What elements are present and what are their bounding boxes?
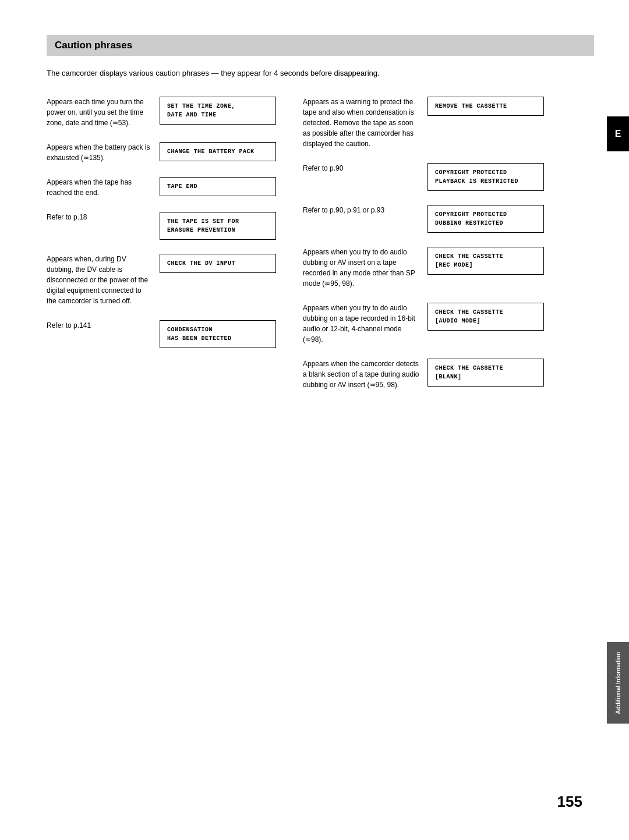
phrase-row-5: Appears when, during DV dubbing, the DV …: [47, 254, 291, 306]
page-number: 155: [557, 793, 582, 811]
phrase-row: Appears each time you turn the power on,…: [47, 97, 291, 128]
section-heading: Caution phrases: [47, 35, 594, 56]
right-phrase-row-3: Refer to p.90, p.91 or p.93 COPYRIGHT PR…: [303, 205, 594, 233]
intro-text: The camcorder displays various caution p…: [47, 68, 454, 79]
right-display-box-2: COPYRIGHT PROTECTED PLAYBACK IS RESTRICT…: [427, 163, 544, 191]
phrase-desc-3: Appears when the tape has reached the en…: [47, 177, 151, 198]
right-phrase-desc-2: Refer to p.90: [303, 163, 419, 173]
left-column: Appears each time you turn the power on,…: [47, 97, 291, 404]
right-phrase-desc-4: Appears when you try to do audio dubbing…: [303, 247, 419, 289]
right-display-box-3: COPYRIGHT PROTECTED DUBBING RESTRICTED: [427, 205, 544, 233]
tab-e: E: [607, 116, 629, 151]
display-box-2: CHANGE THE BATTERY PACK: [160, 142, 276, 161]
right-display-box-1: REMOVE THE CASSETTE: [427, 97, 544, 116]
sidebar-label: Additional Information: [614, 652, 622, 714]
phrase-desc-1: Appears each time you turn the power on,…: [47, 97, 151, 128]
right-display-box-5: CHECK THE CASSETTE [AUDIO MODE]: [427, 303, 544, 331]
right-phrase-desc-1: Appears as a warning to protect the tape…: [303, 97, 419, 149]
phrase-desc-2: Appears when the battery pack is exhaust…: [47, 142, 151, 163]
right-phrase-desc-3: Refer to p.90, p.91 or p.93: [303, 205, 419, 215]
right-display-box-4: CHECK THE CASSETTE [REC MODE]: [427, 247, 544, 275]
sidebar-additional: Additional Information: [607, 642, 629, 724]
display-box-4: THE TAPE IS SET FOR ERASURE PREVENTION: [160, 212, 276, 240]
display-box-1: SET THE TIME ZONE, DATE AND TIME: [160, 97, 276, 125]
right-phrase-row-4: Appears when you try to do audio dubbing…: [303, 247, 594, 289]
phrase-desc-6: Refer to p.141: [47, 320, 151, 331]
display-box-3: TAPE END: [160, 177, 276, 196]
right-column: Appears as a warning to protect the tape…: [303, 97, 594, 404]
phrase-row-3: Appears when the tape has reached the en…: [47, 177, 291, 198]
phrase-row-6: Refer to p.141 CONDENSATION HAS BEEN DET…: [47, 320, 291, 348]
display-box-6: CONDENSATION HAS BEEN DETECTED: [160, 320, 276, 348]
right-phrase-row-2: Refer to p.90 COPYRIGHT PROTECTED PLAYBA…: [303, 163, 594, 191]
phrase-row-2: Appears when the battery pack is exhaust…: [47, 142, 291, 163]
right-phrase-row-6: Appears when the camcorder detects a bla…: [303, 359, 594, 390]
display-box-5: CHECK THE DV INPUT: [160, 254, 276, 273]
right-phrase-row-5: Appears when you try to do audio dubbing…: [303, 303, 594, 345]
page-container: E Caution phrases The camcorder displays…: [0, 0, 629, 840]
phrase-row-4: Refer to p.18 THE TAPE IS SET FOR ERASUR…: [47, 212, 291, 240]
content-grid: Appears each time you turn the power on,…: [47, 97, 594, 404]
phrase-desc-5: Appears when, during DV dubbing, the DV …: [47, 254, 151, 306]
right-display-box-6: CHECK THE CASSETTE [BLANK]: [427, 359, 544, 387]
right-phrase-desc-5: Appears when you try to do audio dubbing…: [303, 303, 419, 345]
right-phrase-row-1: Appears as a warning to protect the tape…: [303, 97, 594, 149]
right-phrase-desc-6: Appears when the camcorder detects a bla…: [303, 359, 419, 390]
phrase-desc-4: Refer to p.18: [47, 212, 151, 222]
